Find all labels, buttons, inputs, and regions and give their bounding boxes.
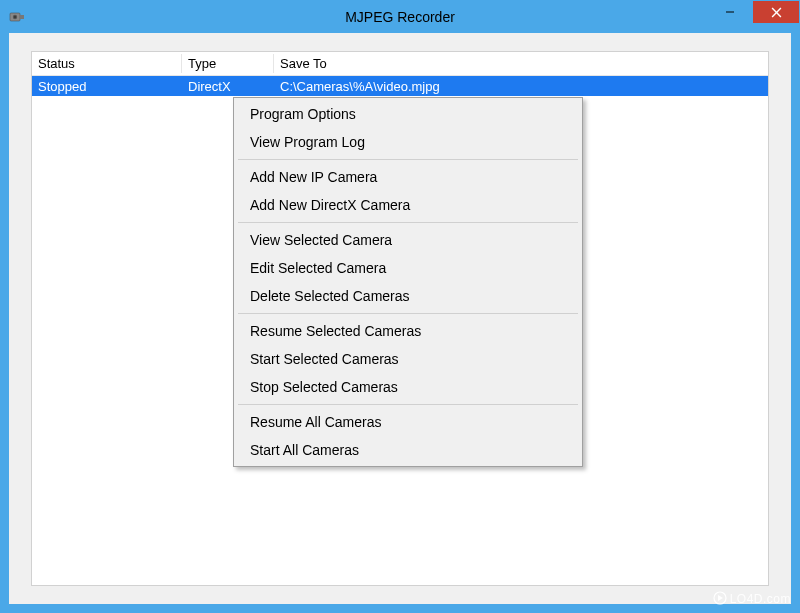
app-window: MJPEG Recorder Status Type Save To Stopp… xyxy=(0,0,800,613)
watermark-icon xyxy=(713,591,727,608)
svg-point-2 xyxy=(14,16,16,18)
menu-view-selected-camera[interactable]: View Selected Camera xyxy=(236,226,580,254)
menu-separator xyxy=(238,404,578,405)
menu-add-directx-camera[interactable]: Add New DirectX Camera xyxy=(236,191,580,219)
menu-edit-selected-camera[interactable]: Edit Selected Camera xyxy=(236,254,580,282)
menu-separator xyxy=(238,159,578,160)
menu-resume-selected-cameras[interactable]: Resume Selected Cameras xyxy=(236,317,580,345)
menu-program-options[interactable]: Program Options xyxy=(236,100,580,128)
table-row[interactable]: Stopped DirectX C:\Cameras\%A\video.mjpg xyxy=(32,76,768,96)
minimize-button[interactable] xyxy=(707,1,753,23)
cell-type: DirectX xyxy=(182,79,274,94)
titlebar[interactable]: MJPEG Recorder xyxy=(1,1,799,33)
menu-separator xyxy=(238,222,578,223)
menu-separator xyxy=(238,313,578,314)
app-icon xyxy=(9,9,25,25)
cell-status: Stopped xyxy=(32,79,182,94)
table-header: Status Type Save To xyxy=(32,52,768,76)
column-header-type[interactable]: Type xyxy=(182,54,274,73)
menu-start-all-cameras[interactable]: Start All Cameras xyxy=(236,436,580,464)
close-button[interactable] xyxy=(753,1,799,23)
svg-rect-3 xyxy=(20,15,24,19)
cell-save-to: C:\Cameras\%A\video.mjpg xyxy=(274,79,768,94)
watermark-text: LO4D.com xyxy=(730,592,791,606)
menu-resume-all-cameras[interactable]: Resume All Cameras xyxy=(236,408,580,436)
context-menu: Program Options View Program Log Add New… xyxy=(233,97,583,467)
menu-start-selected-cameras[interactable]: Start Selected Cameras xyxy=(236,345,580,373)
menu-delete-selected-cameras[interactable]: Delete Selected Cameras xyxy=(236,282,580,310)
column-header-status[interactable]: Status xyxy=(32,54,182,73)
menu-view-program-log[interactable]: View Program Log xyxy=(236,128,580,156)
watermark: LO4D.com xyxy=(713,591,791,608)
window-title: MJPEG Recorder xyxy=(1,9,799,25)
column-header-save-to[interactable]: Save To xyxy=(274,54,768,73)
menu-stop-selected-cameras[interactable]: Stop Selected Cameras xyxy=(236,373,580,401)
window-controls xyxy=(707,1,799,23)
menu-add-ip-camera[interactable]: Add New IP Camera xyxy=(236,163,580,191)
